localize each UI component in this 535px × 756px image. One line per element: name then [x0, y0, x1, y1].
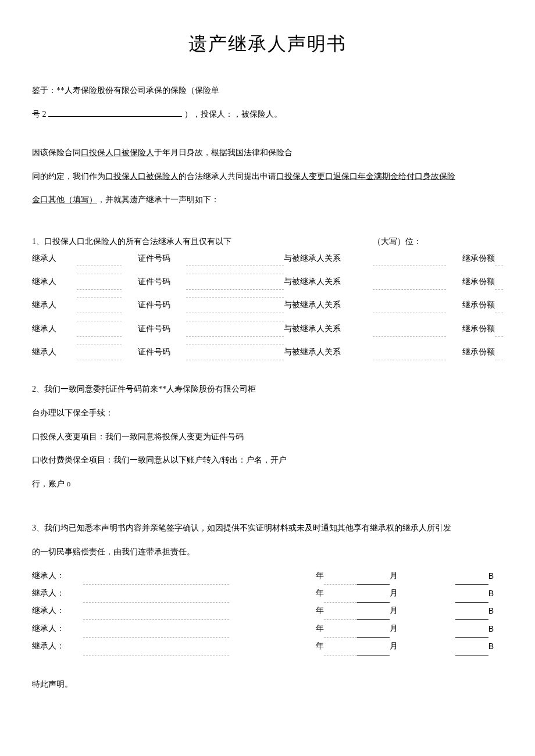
sign-heir-label: 继承人： — [32, 567, 83, 585]
b-blank[interactable] — [455, 585, 488, 602]
share-blank[interactable] — [495, 251, 503, 266]
rel-label: 与被继承人关系 — [284, 251, 373, 266]
year-blank[interactable] — [324, 585, 357, 602]
table-row: 继承人 证件号码 与被继承人关系 继承份额 — [32, 298, 503, 313]
p2a: 因该保险合同 — [32, 148, 81, 157]
table-row — [32, 266, 503, 274]
share-blank[interactable] — [495, 298, 503, 313]
b-blank[interactable] — [455, 620, 488, 637]
id-label: 证件号码 — [138, 345, 187, 360]
month-blank[interactable] — [357, 602, 390, 619]
heir-name-blank[interactable] — [77, 298, 122, 313]
rel-label: 与被继承人关系 — [284, 274, 373, 289]
table-row: 继承人 证件号码 与被继承人关系 继承份额 — [32, 251, 503, 266]
heir-label: 继承人 — [32, 251, 77, 266]
heir-label: 继承人 — [32, 321, 77, 336]
b-blank[interactable] — [455, 602, 488, 619]
sign-month: 月 — [390, 637, 404, 655]
id-label: 证件号码 — [138, 251, 187, 266]
sign-blank[interactable] — [83, 567, 229, 585]
sec3-l2: 的一切民事赔偿责任，由我们连带承担责任。 — [32, 543, 503, 561]
year-blank[interactable] — [324, 602, 357, 619]
sec2-l5: 行，账户 o — [32, 475, 503, 493]
heir-label: 继承人 — [32, 345, 77, 360]
month-blank[interactable] — [357, 567, 390, 585]
year-blank[interactable] — [324, 620, 357, 637]
sign-b: B — [488, 637, 503, 655]
sign-b: B — [488, 567, 503, 585]
share-label: 继承份额 — [446, 298, 495, 313]
id-label: 证件号码 — [138, 298, 187, 313]
para2: 因该保险合同口投保人口被保险人于年月日身故，根据我国法律和保险合 — [32, 144, 503, 162]
id-blank[interactable] — [186, 274, 284, 289]
sign-year: 年 — [280, 567, 324, 585]
id-blank[interactable] — [186, 345, 284, 360]
share-blank[interactable] — [495, 345, 503, 360]
id-blank[interactable] — [186, 251, 284, 266]
p2b: 口投保人口被保险人 — [81, 148, 154, 157]
id-blank[interactable] — [186, 298, 284, 313]
p3d: 口投保人变更口退保口年金满期金给付口身故保险 — [276, 172, 455, 181]
table-row: 继承人： 年 月 B — [32, 620, 503, 637]
share-blank[interactable] — [495, 274, 503, 289]
month-blank[interactable] — [357, 637, 390, 655]
doc-title: 遗产继承人声明书 — [32, 29, 503, 59]
rel-blank[interactable] — [373, 345, 446, 360]
intro-prefix: 号 — [32, 110, 40, 119]
sign-year: 年 — [280, 602, 324, 619]
heir-name-blank[interactable] — [77, 274, 122, 289]
para3: 同的约定，我们作为口投保人口被保险人的合法继承人共同提出申请口投保人变更口退保口… — [32, 168, 503, 186]
p2c: 于年月日身故，根据我国法律和保险合 — [154, 148, 293, 157]
month-blank[interactable] — [357, 620, 390, 637]
sec1-intro: 1、口投保人口北保险人的所有合法继承人有且仅有以下 （大写）位： — [32, 235, 503, 248]
heir-label: 继承人 — [32, 274, 77, 289]
table-row: 继承人： 年 月 B — [32, 567, 503, 585]
year-blank[interactable] — [324, 637, 357, 655]
p4a: 金口其他（填写） — [32, 195, 97, 204]
heir-name-blank[interactable] — [77, 345, 122, 360]
rel-blank[interactable] — [373, 298, 446, 313]
rel-label: 与被继承人关系 — [284, 345, 373, 360]
rel-blank[interactable] — [373, 274, 446, 289]
table-row: 继承人： 年 月 B — [32, 637, 503, 655]
rel-blank[interactable] — [373, 321, 446, 336]
month-blank[interactable] — [357, 585, 390, 602]
heir-label: 继承人 — [32, 298, 77, 313]
heir-name-blank[interactable] — [77, 251, 122, 266]
sign-blank[interactable] — [83, 620, 229, 637]
sign-month: 月 — [390, 620, 404, 637]
table-row — [32, 336, 503, 345]
sign-blank[interactable] — [83, 602, 229, 619]
sign-year: 年 — [280, 637, 324, 655]
sign-year: 年 — [280, 585, 324, 602]
para4: 金口其他（填写），并就其遗产继承十一声明如下： — [32, 191, 503, 209]
sec1-intro-a: 1、口投保人口北保险人的所有合法继承人有且仅有以下 — [32, 235, 231, 248]
policy-number-blank[interactable] — [48, 107, 182, 117]
sign-month: 月 — [390, 602, 404, 619]
b-blank[interactable] — [455, 637, 488, 655]
p4b: ，并就其遗产继承十一声明如下： — [97, 195, 219, 204]
sign-blank[interactable] — [83, 637, 229, 655]
rel-label: 与被继承人关系 — [284, 298, 373, 313]
rel-blank[interactable] — [373, 251, 446, 266]
sec2-l2: 台办理以下保全手续： — [32, 404, 503, 422]
sign-blank[interactable] — [83, 585, 229, 602]
year-blank[interactable] — [324, 567, 357, 585]
share-blank[interactable] — [495, 321, 503, 336]
id-blank[interactable] — [186, 321, 284, 336]
share-label: 继承份额 — [446, 274, 495, 289]
table-row — [32, 289, 503, 298]
sec2-l1: 2、我们一致同意委托证件号码前来**人寿保险股份有限公司柜 — [32, 381, 503, 399]
intro-line1: 鉴于：**人寿保险股份有限公司承保的保险（保险单 — [32, 82, 503, 100]
table-row — [32, 313, 503, 321]
heir-name-blank[interactable] — [77, 321, 122, 336]
table-row: 继承人 证件号码 与被继承人关系 继承份额 — [32, 274, 503, 289]
sec2-l3: 口投保人变更项目：我们一致同意将投保人变更为证件号码 — [32, 428, 503, 446]
sign-heir-label: 继承人： — [32, 602, 83, 619]
sign-b: B — [488, 585, 503, 602]
footer: 特此声明。 — [32, 676, 503, 694]
sign-heir-label: 继承人： — [32, 620, 83, 637]
intro-line2: 号 2 ），投保人：，被保险人。 — [32, 106, 503, 124]
b-blank[interactable] — [455, 567, 488, 585]
sign-table: 继承人： 年 月 B 继承人： 年 月 B 继承人： 年 月 B 继承人： — [32, 567, 503, 655]
